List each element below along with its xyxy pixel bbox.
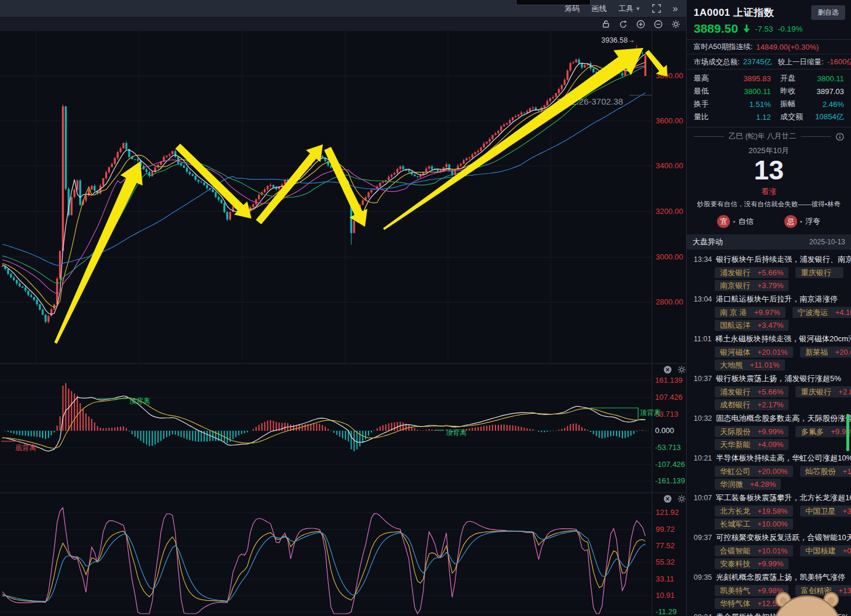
stock-tag[interactable]: 银河磁体+20.01%: [715, 347, 793, 358]
info-icon[interactable]: [836, 133, 844, 141]
stock-name: 北方长龙: [720, 506, 750, 516]
stock-name: 银河磁体: [720, 347, 750, 357]
kdj-close-icon[interactable]: [663, 494, 672, 503]
svg-text:3600.00: 3600.00: [656, 116, 683, 125]
stock-tag[interactable]: 安泰科技+9.99%: [715, 558, 788, 569]
svg-text:99.72: 99.72: [656, 525, 675, 534]
stock-tag[interactable]: 中国核建+0.09%: [800, 545, 851, 556]
stock-tag[interactable]: 宁波海运+4.10%: [793, 307, 851, 318]
stat-label: 换手: [694, 99, 721, 109]
ji-badge: 忌: [784, 215, 797, 228]
trading-app: 3800.003600.003400.003200.003000.002800.…: [0, 0, 851, 616]
stock-name: 多氟多: [801, 427, 824, 437]
stock-tag[interactable]: 灿芯股份+19.80%: [800, 466, 851, 477]
svg-text:-53.713: -53.713: [655, 443, 681, 452]
stock-change: +9.99%: [757, 559, 783, 569]
news-item[interactable]: 10:32固态电池概念股多数走高，天际股份涨停天际股份+9.99%多氟多+9.9…: [694, 413, 851, 450]
macd-panel-controls: [663, 365, 686, 374]
svg-text:77.52: 77.52: [656, 541, 675, 550]
stock-name: 中国卫星: [805, 506, 836, 516]
svg-text:0.000: 0.000: [655, 426, 674, 435]
news-item[interactable]: 13:04港口航运板块午后拉升，南京港涨停南 京 港+9.97%宁波海运+4.1…: [694, 293, 851, 331]
stock-tag[interactable]: 长城军工+10.00%: [715, 518, 793, 530]
macd-gear-icon[interactable]: [677, 365, 686, 374]
stock-change: +5.66%: [757, 268, 783, 278]
news-item[interactable]: 10:07军工装备板块震荡攀升，北方长龙涨超10%北方长龙+19.58%中国卫星…: [694, 492, 851, 530]
stat-row: 换手1.51%振幅2.46%: [694, 98, 844, 110]
stock-change: +19.58%: [757, 506, 788, 516]
stock-tag[interactable]: 多氟多+9.98%: [795, 426, 851, 437]
svg-text:10.91: 10.91: [656, 591, 675, 600]
stock-change: +4.10%: [835, 307, 851, 317]
news-item[interactable]: 09:37可控核聚变板块反复活跃，合锻智能10天6板合锻智能+10.01%中国核…: [694, 532, 851, 569]
bear-mascot: [771, 591, 843, 616]
svg-text:3936.58→: 3936.58→: [601, 36, 635, 44]
stat-row: 量比1.12成交额10854亿: [694, 110, 844, 123]
stat-label: 振幅: [780, 99, 814, 109]
tools-menu-button[interactable]: 工具▼: [618, 4, 640, 14]
zoom-in-icon[interactable]: [636, 20, 645, 29]
stock-change: +4.09%: [757, 439, 783, 449]
stock-tag[interactable]: 重庆银行+2.88%: [795, 386, 851, 397]
stock-tag[interactable]: 天际股份+9.99%: [715, 426, 788, 437]
stock-tag[interactable]: 南 京 港+9.97%: [715, 307, 785, 318]
stock-tag[interactable]: 南京银行+3.79%: [715, 280, 788, 291]
news-title: 军工装备板块震荡攀升，北方长龙涨超10%: [716, 493, 851, 502]
gear-icon[interactable]: [671, 20, 680, 29]
news-title: 半导体板块持续走高，华虹公司涨超10%: [716, 454, 851, 462]
stock-tag[interactable]: 新莱福+20.00%: [800, 347, 851, 358]
news-time: 10:32: [694, 414, 712, 423]
news-item[interactable]: 11:01稀土永磁板块持续走强，银河磁体20cm涨停银河磁体+20.01%新莱福…: [694, 333, 851, 371]
ji-text: 浮夸: [805, 216, 821, 227]
quote-news-panel: 1A0001 上证指数 删自选 3889.50 -7.53 -0.19% 富时A…: [686, 0, 851, 616]
stock-change: +10.00%: [757, 519, 788, 529]
stock-name: 华虹公司: [720, 466, 750, 476]
news-item[interactable]: 10:37银行板块震荡上扬，浦发银行涨超5%浦发银行+5.66%重庆银行+2.8…: [694, 373, 851, 410]
stock-change: +4.28%: [750, 479, 776, 489]
kdj-gear-icon[interactable]: [677, 494, 686, 503]
stock-name: 南 京 港: [720, 307, 747, 317]
stock-tag[interactable]: 华润微+4.28%: [715, 479, 781, 490]
stock-tag[interactable]: 天华新能+4.09%: [715, 439, 788, 450]
fullscreen-icon[interactable]: [652, 4, 661, 13]
stock-tag[interactable]: 重庆银行: [795, 267, 843, 278]
stock-tag[interactable]: 国航远洋+3.47%: [715, 320, 788, 331]
news-item[interactable]: 10:21半导体板块持续走高，华虹公司涨超10%华虹公司+20.00%灿芯股份+…: [694, 452, 851, 490]
stock-tag[interactable]: 华虹公司+20.00%: [715, 466, 793, 477]
stock-tag[interactable]: 浦发银行+5.66%: [715, 267, 788, 278]
stat-value: 3800.11: [721, 87, 771, 96]
calendar-month: 2025年10月: [687, 143, 851, 156]
zoom-out-icon[interactable]: [654, 20, 663, 29]
collapse-panel-icon[interactable]: »: [673, 4, 678, 14]
stock-tag[interactable]: 浦发银行+5.66%: [715, 386, 788, 397]
stock-tag[interactable]: 大地熊+11.01%: [715, 359, 785, 371]
stock-tag[interactable]: 中国卫星+3.70%: [800, 506, 851, 517]
stock-change: +11.01%: [750, 360, 780, 370]
draw-line-button[interactable]: 画线: [591, 4, 607, 14]
stock-name: 凯美特气: [720, 586, 750, 596]
stock-name: 合锻智能: [720, 546, 750, 556]
stock-name: 南京银行: [720, 281, 750, 290]
instrument-title: 1A0001 上证指数: [694, 6, 774, 19]
stock-tag[interactable]: 成都银行+2.17%: [715, 399, 788, 410]
news-item[interactable]: 13:34银行板块午后持续走强，浦发银行、南京银行浦发银行+5.66%重庆银行南…: [694, 254, 851, 291]
macd-close-icon[interactable]: [663, 365, 672, 374]
news-time: 13:04: [694, 295, 712, 303]
a50-value: 14849.00(+0.30%): [756, 43, 819, 51]
chart-canvas[interactable]: 3800.003600.003400.003200.003000.002800.…: [0, 0, 686, 616]
price-change: -7.53: [755, 25, 773, 33]
stat-value: 1.12: [721, 113, 771, 122]
unlock-icon[interactable]: [602, 20, 610, 28]
undo-icon[interactable]: [619, 20, 628, 28]
remove-watchlist-button[interactable]: 删自选: [811, 5, 845, 20]
stock-tag[interactable]: 合锻智能+10.01%: [715, 545, 793, 556]
yi-ji-row: 宜•自信 忌•浮夸: [687, 214, 851, 234]
news-time: 10:21: [694, 454, 712, 462]
stock-tag[interactable]: 北方长龙+19.58%: [715, 506, 793, 517]
news-title: 稀土永磁板块持续走强，银河磁体20cm涨停: [715, 334, 851, 343]
market-turnover-row: 市场成交总额: 23745亿 较上一日缩量: -1600亿: [687, 54, 851, 69]
stat-label: 最低: [694, 86, 721, 96]
quote-stats-grid: 最高3895.83开盘3800.11最低3800.11昨收3897.03换手1.…: [687, 70, 851, 127]
market-moves-header[interactable]: 大盘异动 2025-10-13: [687, 234, 851, 250]
news-scrollbar[interactable]: [846, 414, 849, 451]
